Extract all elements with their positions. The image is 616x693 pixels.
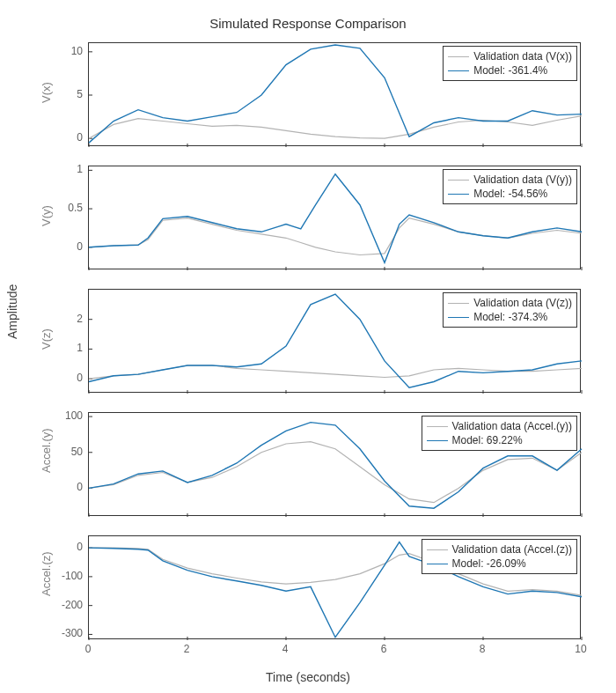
figure: Simulated Response Comparison Amplitude … bbox=[0, 0, 616, 693]
legend-swatch bbox=[427, 549, 448, 550]
y-tick-label: -200 bbox=[62, 599, 83, 611]
legend-entry-model: Model: 69.22% bbox=[427, 433, 573, 447]
legend-swatch bbox=[448, 180, 469, 181]
y-tick-label: 50 bbox=[71, 446, 83, 458]
legend-label: Model: -374.3% bbox=[473, 311, 547, 323]
legend-label: Model: -54.56% bbox=[473, 188, 547, 200]
y-tick-label: 0 bbox=[77, 131, 83, 144]
y-tick-label: 0 bbox=[77, 240, 83, 253]
y-tick-label: 0.5 bbox=[68, 202, 83, 214]
y-tick-label: 1 bbox=[77, 342, 83, 354]
legend-label: Model: 69.22% bbox=[452, 434, 523, 446]
y-tick-label: -300 bbox=[62, 627, 83, 639]
legend-entry-model: Model: -374.3% bbox=[448, 310, 572, 324]
legend-swatch bbox=[427, 426, 448, 427]
x-tick-label: 6 bbox=[381, 643, 387, 655]
legend-entry-model: Model: -361.4% bbox=[448, 63, 572, 77]
y-tick-label: 10 bbox=[71, 45, 83, 57]
legend-label: Validation data (V(y)) bbox=[473, 173, 572, 186]
y-tick-label: 100 bbox=[65, 409, 83, 422]
legend-swatch bbox=[448, 70, 469, 71]
legend-entry-validation: Validation data (V(z)) bbox=[448, 296, 572, 310]
x-tick-label: 2 bbox=[184, 643, 190, 655]
y-tick-label: 0 bbox=[77, 481, 83, 493]
legend-entry-model: Model: -54.56% bbox=[448, 187, 572, 201]
y-tick-label: 0 bbox=[77, 541, 83, 553]
y-tick-label: 5 bbox=[77, 88, 83, 100]
x-tick-label: 0 bbox=[85, 643, 92, 655]
y-tick-label: -100 bbox=[62, 570, 83, 582]
x-tick-label: 10 bbox=[575, 643, 586, 655]
y-axis-super-label: Amplitude bbox=[5, 284, 19, 339]
legend: Validation data (V(y))Model: -54.56% bbox=[443, 169, 577, 204]
x-axis-super-label: Time (seconds) bbox=[0, 670, 616, 684]
legend-entry-validation: Validation data (V(x)) bbox=[448, 49, 572, 63]
legend-swatch bbox=[427, 440, 448, 441]
y-tick-label: 2 bbox=[77, 313, 83, 325]
legend-label: Validation data (V(z)) bbox=[473, 297, 572, 309]
legend-label: Validation data (V(x)) bbox=[473, 50, 572, 63]
legend: Validation data (Accel.(y))Model: 69.22% bbox=[422, 416, 578, 451]
legend-swatch bbox=[448, 317, 469, 318]
legend: Validation data (V(x))Model: -361.4% bbox=[443, 46, 577, 81]
legend-label: Model: -26.09% bbox=[452, 557, 526, 570]
x-tick-label: 4 bbox=[282, 643, 289, 655]
y-axis-label: V(z) bbox=[40, 332, 53, 350]
chart-title: Simulated Response Comparison bbox=[0, 16, 616, 31]
y-axis-label: V(x) bbox=[40, 85, 53, 103]
series-validation bbox=[89, 116, 582, 139]
y-tick-label: 0 bbox=[77, 372, 83, 384]
series-validation bbox=[89, 365, 582, 379]
legend-entry-validation: Validation data (V(y)) bbox=[448, 173, 572, 187]
legend-swatch bbox=[448, 303, 469, 304]
y-axis-label: V(y) bbox=[40, 209, 53, 226]
legend-label: Validation data (Accel.(y)) bbox=[452, 420, 573, 432]
y-tick-label: 1 bbox=[77, 163, 83, 175]
y-axis-label: Accel.(z) bbox=[40, 579, 53, 596]
legend-label: Model: -361.4% bbox=[473, 64, 547, 77]
legend-swatch bbox=[448, 194, 469, 195]
series-validation bbox=[89, 218, 582, 255]
legend: Validation data (V(z))Model: -374.3% bbox=[443, 292, 577, 328]
legend-entry-model: Model: -26.09% bbox=[427, 557, 573, 571]
y-axis-label: Accel.(y) bbox=[40, 455, 53, 473]
legend: Validation data (Accel.(z))Model: -26.09… bbox=[422, 539, 578, 574]
legend-swatch bbox=[427, 564, 448, 564]
legend-label: Validation data (Accel.(z)) bbox=[452, 543, 573, 556]
legend-swatch bbox=[448, 56, 469, 57]
legend-entry-validation: Validation data (Accel.(z)) bbox=[427, 542, 573, 557]
legend-entry-validation: Validation data (Accel.(y)) bbox=[427, 419, 573, 433]
x-tick-label: 8 bbox=[480, 643, 486, 655]
